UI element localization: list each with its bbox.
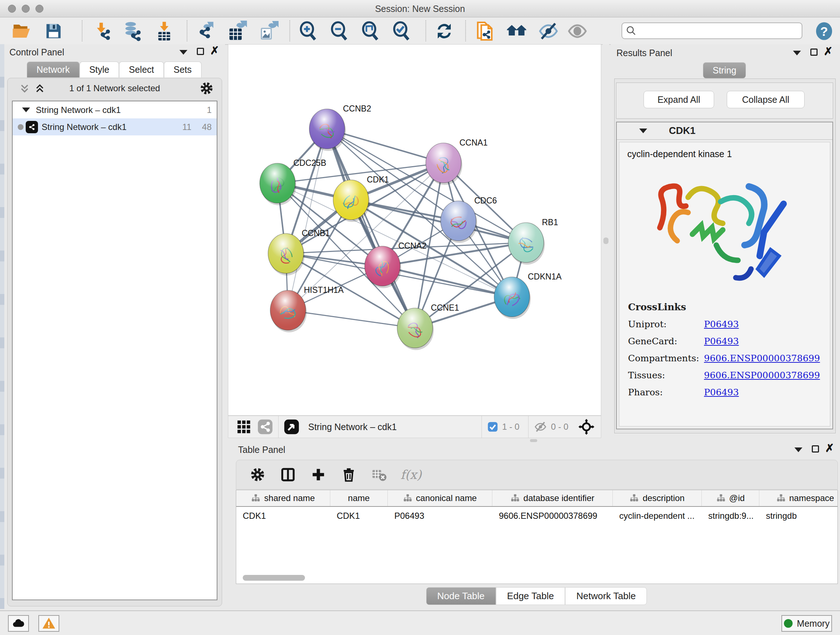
cell-namespace[interactable]: stringdb — [759, 508, 838, 524]
float-panel-icon[interactable] — [810, 49, 818, 56]
divider-handle[interactable] — [603, 238, 608, 244]
close-panel-icon[interactable]: ✗ — [210, 47, 219, 54]
tab-style[interactable]: Style — [80, 62, 119, 78]
column-header-canonical-name[interactable]: canonical name — [388, 490, 493, 506]
expand-all-button[interactable]: Expand All — [644, 91, 714, 108]
node-HIST1H1A[interactable] — [270, 290, 307, 333]
close-panel-icon[interactable]: ✗ — [825, 445, 834, 452]
edge[interactable] — [288, 129, 327, 310]
node-CCNA1[interactable] — [426, 143, 462, 185]
column-header-database-identifier[interactable]: database identifier — [493, 490, 613, 506]
apply-layout-icon[interactable] — [433, 20, 455, 42]
tab-sets[interactable]: Sets — [164, 62, 202, 78]
show-columns-icon[interactable] — [279, 466, 297, 484]
panel-menu-icon[interactable] — [793, 51, 801, 55]
node-CCNA2[interactable] — [365, 246, 401, 288]
cell-description[interactable]: cyclin-dependent ... — [613, 508, 702, 524]
network-collection-row[interactable]: String Network – cdk1 1 — [13, 101, 217, 119]
node-CCNB2[interactable] — [309, 109, 346, 151]
network-row[interactable]: String Network – cdk1 11 48 — [13, 119, 217, 135]
collapse-all-button[interactable]: Collapse All — [727, 91, 805, 108]
table-row[interactable]: CDK1CDK1P064939606.ENSP00000378699cyclin… — [236, 508, 838, 524]
section-expander-icon[interactable] — [639, 128, 647, 133]
network-options-gear-icon[interactable] — [199, 81, 214, 96]
panel-menu-icon[interactable] — [794, 448, 802, 452]
horizontal-scrollbar[interactable] — [243, 575, 305, 581]
float-panel-icon[interactable] — [197, 48, 204, 55]
view-share-icon[interactable] — [257, 419, 273, 435]
pharos-link[interactable]: P06493 — [704, 387, 739, 397]
tab-network[interactable]: Network — [27, 62, 80, 78]
cell-name[interactable]: CDK1 — [330, 508, 388, 524]
search-box[interactable] — [622, 22, 802, 39]
tab-edge-table[interactable]: Edge Table — [496, 587, 565, 605]
node-CCNE1[interactable] — [397, 308, 434, 350]
export-table-icon[interactable] — [226, 20, 248, 42]
cell-canonical-name[interactable]: P06493 — [388, 508, 493, 524]
birdseye-icon[interactable] — [284, 419, 300, 435]
column-header-namespace[interactable]: namespace — [759, 490, 838, 506]
column-header-name[interactable]: name — [330, 490, 388, 506]
help-icon[interactable]: ? — [813, 20, 835, 42]
node-label-CCNA1: CCNA1 — [459, 138, 488, 147]
network-canvas[interactable]: CCNB2CCNA1CDC25BCDK1CDC6RB1CCNB1CCNA2CDK… — [228, 44, 601, 416]
compartments-link[interactable]: 9606.ENSP00000378699 — [704, 353, 820, 363]
export-network-icon[interactable] — [195, 20, 217, 42]
zoom-selected-icon[interactable] — [391, 20, 412, 42]
show-all-icon[interactable] — [567, 20, 588, 42]
tab-string[interactable]: String — [703, 62, 746, 78]
node-CCNB1[interactable] — [268, 233, 305, 276]
open-session-icon[interactable] — [11, 20, 33, 42]
hide-selected-icon[interactable] — [538, 20, 559, 42]
panel-menu-icon[interactable] — [180, 50, 187, 55]
tab-select[interactable]: Select — [119, 62, 164, 78]
delete-column-trash-icon[interactable] — [340, 466, 358, 484]
cdk1-section-header[interactable]: CDK1 — [617, 122, 832, 140]
shared-column-icon — [251, 494, 261, 503]
column-header-@id[interactable]: @id — [702, 490, 759, 506]
selected-checkbox-icon[interactable] — [487, 421, 499, 432]
cell-database-identifier[interactable]: 9606.ENSP00000378699 — [493, 508, 613, 524]
export-image-icon[interactable] — [257, 20, 279, 42]
function-builder-icon[interactable]: f(x) — [401, 466, 422, 484]
genecard-link[interactable]: P06493 — [704, 336, 739, 347]
cell-shared-name[interactable]: CDK1 — [236, 508, 330, 524]
tab-network-table[interactable]: Network Table — [565, 587, 647, 605]
node-RB1[interactable] — [508, 223, 545, 264]
edge[interactable] — [288, 310, 415, 328]
cloud-status-button[interactable] — [8, 615, 29, 632]
table-options-gear-icon[interactable] — [248, 466, 267, 484]
memory-button[interactable]: Memory — [782, 615, 832, 632]
string-home-icon[interactable] — [506, 20, 527, 42]
clone-network-icon[interactable] — [474, 20, 496, 42]
hidden-eye-slash-icon[interactable] — [534, 420, 547, 434]
network-graph[interactable]: CCNB2CCNA1CDC25BCDK1CDC6RB1CCNB1CCNA2CDK… — [228, 44, 602, 416]
save-session-icon[interactable] — [43, 20, 65, 42]
column-header-shared-name[interactable]: shared name — [236, 490, 330, 506]
delete-table-icon[interactable] — [370, 466, 388, 484]
crosshair-icon[interactable] — [578, 419, 594, 435]
column-header-description[interactable]: description — [613, 490, 702, 506]
close-panel-icon[interactable]: ✗ — [824, 48, 833, 55]
edge[interactable] — [382, 266, 512, 297]
zoom-in-icon[interactable] — [297, 20, 319, 42]
grid-mode-icon[interactable] — [236, 419, 251, 434]
zoom-fit-icon[interactable] — [360, 20, 381, 42]
tab-node-table[interactable]: Node Table — [426, 587, 496, 605]
zoom-out-icon[interactable] — [328, 20, 350, 42]
import-table-file-icon[interactable] — [153, 20, 175, 42]
collection-expander-icon[interactable] — [22, 108, 30, 112]
uniprot-link[interactable]: P06493 — [704, 319, 739, 329]
float-panel-icon[interactable] — [812, 445, 819, 453]
node-CDKN1A[interactable] — [494, 277, 531, 319]
tissues-link[interactable]: 9606.ENSP00000378699 — [704, 370, 820, 380]
node-CDK1[interactable] — [333, 180, 370, 222]
divider-handle[interactable] — [530, 439, 537, 442]
cell-@id[interactable]: stringdb:9... — [702, 508, 759, 524]
import-network-database-icon[interactable] — [122, 20, 143, 42]
search-input[interactable] — [640, 24, 802, 38]
create-column-icon[interactable] — [309, 466, 327, 484]
node-table[interactable]: shared namenamecanonical namedatabase id… — [236, 490, 838, 584]
warnings-button[interactable] — [38, 615, 59, 632]
import-network-file-icon[interactable] — [91, 20, 113, 42]
